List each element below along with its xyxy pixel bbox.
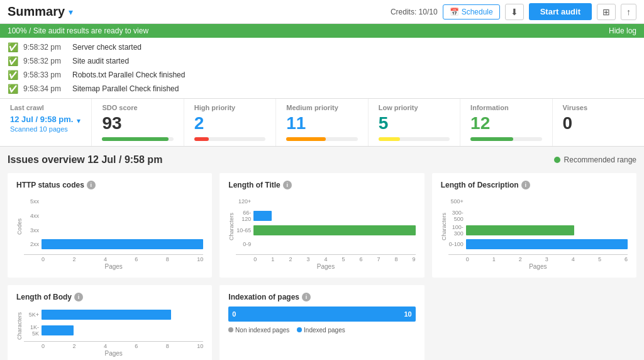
crawl-dropdown-icon[interactable]: ▾: [77, 116, 80, 125]
low-priority-cell: Low priority 5: [369, 99, 460, 146]
sdo-label: SDO score: [102, 104, 173, 111]
non-indexed-dot: [228, 327, 233, 332]
page-title: Summary: [8, 4, 65, 19]
log-entry: ✅ 9:58:32 pm Server check started: [8, 40, 636, 54]
http-x-label: Pages: [24, 263, 203, 270]
check-icon: ✅: [8, 42, 18, 52]
title-chart-card: Length of Title i Characters 0-9 10-65: [219, 173, 424, 278]
information-value: 12: [470, 114, 541, 133]
body-x-ticks: 0246810: [24, 341, 203, 349]
bar-row-4xx: 4xx: [24, 209, 203, 223]
index-info-icon[interactable]: i: [302, 293, 311, 301]
title-dropdown-icon[interactable]: ▾: [69, 7, 73, 17]
title-x-label: Pages: [236, 263, 415, 270]
log-message: 100% / Site audit results are ready to v…: [8, 26, 148, 35]
log-message-text: Server check started: [72, 43, 142, 52]
credits-label: Credits: 10/10: [391, 8, 438, 16]
bar-row-300-500: 300-500: [448, 209, 628, 223]
body-x-label: Pages: [24, 350, 203, 357]
index-bar-right-label: 10: [404, 310, 411, 318]
index-chart-card: Indexation of pages i 0 10 Non indexed p…: [219, 285, 424, 360]
green-dot-icon: [554, 157, 560, 163]
title-y-label: Characters: [228, 213, 235, 240]
medium-priority-value: 11: [286, 114, 357, 133]
body-info-icon[interactable]: i: [74, 293, 83, 301]
high-priority-value: 2: [194, 114, 265, 133]
desc-chart-title: Length of Description i: [441, 181, 628, 189]
non-indexed-label: Non indexed pages: [235, 327, 289, 334]
index-bar: 0 10: [228, 307, 415, 322]
bar-row-66-120: 66-120: [236, 209, 415, 223]
information-bar: [470, 137, 513, 141]
viruses-cell: Viruses 0: [553, 99, 644, 146]
log-entry: ✅ 9:58:32 pm Site audit started: [8, 54, 636, 68]
body-chart-card: Length of Body i Characters 1K-5K 5K+: [8, 285, 212, 360]
body-bars: 1K-5K 5K+: [24, 307, 203, 341]
log-message-text: Sitemap Parallel Check finished: [72, 84, 179, 93]
sdo-score-cell: SDO score 93: [92, 99, 184, 146]
bar-row-100-300: 100-300: [448, 223, 628, 237]
bar-row-0-100: 0-100: [448, 237, 628, 251]
desc-info-icon[interactable]: i: [521, 181, 530, 189]
top-bar-left: Summary ▾: [8, 4, 73, 19]
check-icon: ✅: [8, 70, 18, 80]
export-icon-button[interactable]: ↑: [621, 4, 636, 20]
high-priority-label: High priority: [194, 104, 265, 111]
recommended-range-label: Recommended range: [564, 155, 636, 164]
check-icon: ✅: [8, 84, 18, 94]
http-x-ticks: 0246810: [24, 254, 203, 262]
log-message-text: Robots.txt Parallel Check finished: [72, 70, 185, 79]
charts-grid-top: HTTP status codes i Codes 2xx 3xx: [0, 169, 644, 281]
schedule-label: Schedule: [462, 8, 493, 16]
desc-x-ticks: 0123456: [448, 254, 628, 262]
desc-bars: 0-100 100-300 300-500: [448, 194, 628, 254]
sdo-bar: [102, 137, 168, 141]
high-priority-cell: High priority 2: [184, 99, 276, 146]
log-entries: ✅ 9:58:32 pm Server check started ✅ 9:58…: [0, 38, 644, 99]
body-chart-title: Length of Body i: [16, 293, 203, 301]
download-button[interactable]: ⬇: [505, 4, 524, 20]
schedule-button[interactable]: 📅 Schedule: [443, 4, 500, 20]
bar-row-0-9: 0-9: [236, 237, 415, 251]
information-label: Information: [470, 104, 541, 111]
index-legend: Non indexed pages Indexed pages: [228, 327, 415, 334]
log-time: 9:58:32 pm: [23, 57, 67, 65]
issues-header: Issues overview 12 Jul / 9:58 pm Recomme…: [0, 147, 644, 169]
bar-row-5xx: 5xx: [24, 194, 203, 208]
scanned-pages: Scanned 10 pages: [10, 125, 73, 133]
bar-row-120plus: 120+: [236, 194, 415, 208]
bar-row-5k-plus: 5K+: [24, 308, 203, 322]
grid-icon-button[interactable]: ⊞: [597, 4, 616, 20]
log-entry: ✅ 9:58:34 pm Sitemap Parallel Check fini…: [8, 82, 636, 96]
log-time: 9:58:33 pm: [23, 70, 67, 79]
index-bar-left-label: 0: [232, 310, 236, 318]
medium-priority-bar: [286, 137, 325, 141]
http-bars: 2xx 3xx 4xx: [24, 194, 203, 254]
last-crawl-cell: Last crawl 12 Jul / 9:58 pm. Scanned 10 …: [0, 99, 92, 146]
low-priority-label: Low priority: [379, 104, 450, 111]
title-info-icon[interactable]: i: [283, 181, 292, 189]
top-bar: Summary ▾ Credits: 10/10 📅 Schedule ⬇ St…: [0, 0, 644, 24]
issues-title: Issues overview 12 Jul / 9:58 pm: [8, 154, 162, 166]
high-priority-bar: [194, 137, 209, 141]
http-y-label: Codes: [16, 218, 23, 235]
desc-chart-card: Length of Description i Characters 0-100…: [432, 173, 636, 278]
log-entry: ✅ 9:58:33 pm Robots.txt Parallel Check f…: [8, 68, 636, 82]
last-crawl-value[interactable]: 12 Jul / 9:58 pm.: [10, 114, 73, 125]
medium-priority-cell: Medium priority 11: [276, 99, 368, 146]
charts-grid-bottom: Length of Body i Characters 1K-5K 5K+: [0, 281, 644, 360]
low-priority-value: 5: [379, 114, 450, 133]
empty-chart-card: [432, 285, 636, 360]
last-crawl-label: Last crawl: [10, 104, 81, 111]
desc-x-label: Pages: [448, 263, 628, 270]
start-audit-button[interactable]: Start audit: [529, 3, 592, 20]
hide-log-button[interactable]: Hide log: [609, 26, 636, 35]
body-y-label: Characters: [16, 312, 23, 340]
sdo-value: 93: [102, 114, 173, 133]
http-info-icon[interactable]: i: [87, 181, 96, 189]
information-cell: Information 12: [460, 99, 552, 146]
top-bar-right: Credits: 10/10 📅 Schedule ⬇ Start audit …: [391, 3, 636, 20]
bar-row-10-65: 10-65: [236, 223, 415, 237]
check-icon: ✅: [8, 56, 18, 66]
bar-row-3xx: 3xx: [24, 223, 203, 237]
